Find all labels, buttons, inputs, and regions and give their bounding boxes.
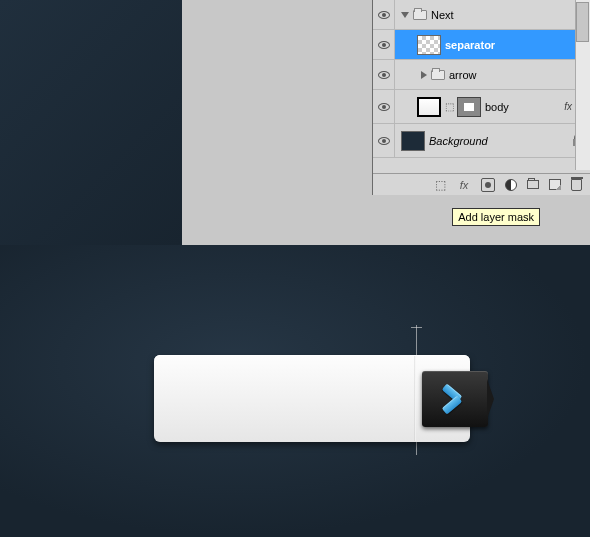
layer-name: separator: [445, 39, 495, 51]
layers-panel-footer: ⬚ fx: [373, 173, 590, 195]
new-layer-button[interactable]: [549, 179, 561, 190]
scrollbar-thumb[interactable]: [576, 2, 589, 42]
mask-link-icon[interactable]: ⬚: [445, 101, 453, 112]
layer-row-separator[interactable]: separator: [373, 30, 590, 60]
expand-toggle-icon[interactable]: [421, 71, 427, 79]
next-button-preview: [154, 355, 470, 447]
delete-layer-button[interactable]: [571, 179, 582, 191]
visibility-toggle[interactable]: [373, 124, 395, 157]
folder-icon: [413, 10, 427, 20]
layer-row-body[interactable]: ⬚ body fx: [373, 90, 590, 124]
button-separator: [414, 356, 416, 441]
layer-row-group-next[interactable]: Next: [373, 0, 590, 30]
eye-icon: [378, 103, 390, 111]
preview-area: [0, 245, 590, 537]
layer-name: body: [485, 101, 509, 113]
scrollbar-vertical[interactable]: [575, 0, 590, 170]
layer-thumbnail: [401, 131, 425, 151]
arrow-box: [422, 371, 488, 427]
eye-icon: [378, 137, 390, 145]
new-group-button[interactable]: [527, 180, 539, 189]
photoshop-workspace: Next separator arrow: [0, 0, 590, 245]
visibility-toggle[interactable]: [373, 60, 395, 89]
visibility-toggle[interactable]: [373, 0, 395, 29]
document-dark-region: [0, 0, 182, 245]
layer-thumbnail: [417, 35, 441, 55]
layer-row-background[interactable]: Background: [373, 124, 590, 158]
mask-thumbnail: [457, 97, 481, 117]
layers-panel: Next separator arrow: [372, 0, 590, 195]
eye-icon: [378, 71, 390, 79]
layer-name: arrow: [449, 69, 477, 81]
adjustment-layer-button[interactable]: [505, 179, 517, 191]
layer-list: Next separator arrow: [373, 0, 590, 158]
layer-thumbnail: [417, 97, 441, 117]
fx-indicator[interactable]: fx: [564, 101, 572, 112]
chevron-right-icon: [442, 384, 468, 414]
add-mask-button[interactable]: [481, 178, 495, 192]
layer-name: Background: [429, 135, 488, 147]
fx-button[interactable]: fx: [457, 178, 471, 192]
layer-row-group-arrow[interactable]: arrow: [373, 60, 590, 90]
visibility-toggle[interactable]: [373, 30, 395, 59]
tooltip-text: Add layer mask: [458, 211, 534, 223]
link-layers-icon[interactable]: ⬚: [433, 178, 447, 192]
expand-toggle-icon[interactable]: [401, 12, 409, 18]
tooltip: Add layer mask: [452, 208, 540, 226]
folder-icon: [431, 70, 445, 80]
canvas-area[interactable]: [182, 0, 382, 245]
eye-icon: [378, 11, 390, 19]
layer-name: Next: [431, 9, 454, 21]
visibility-toggle[interactable]: [373, 90, 395, 123]
eye-icon: [378, 41, 390, 49]
